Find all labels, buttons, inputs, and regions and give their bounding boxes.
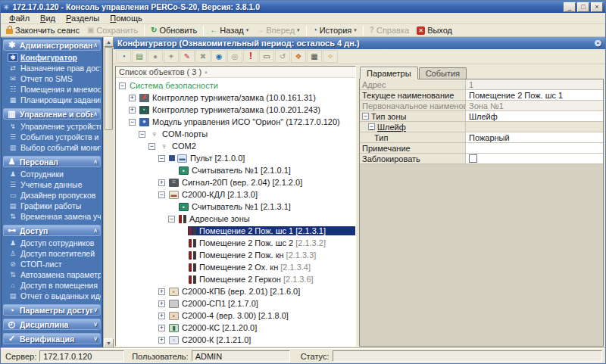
tree-row[interactable]: Помещение 2 Ох. кн[2.1.3.4]: [116, 261, 355, 273]
menu-item-3[interactable]: Помощь: [105, 14, 148, 23]
tree-row[interactable]: +▮С2000-КС [2.1.20.0]: [116, 322, 355, 334]
property-value[interactable]: Шлейф: [466, 111, 603, 121]
tree-row[interactable]: +▪Контроллер турникета/замка (10.0.201.2…: [116, 104, 355, 116]
collapse-icon[interactable]: −: [368, 123, 375, 130]
sidebar-item-sms-report[interactable]: ✉Отчет по SMS: [8, 73, 101, 84]
tab-events[interactable]: События: [419, 67, 467, 79]
scroll-down-arrow[interactable]: ▼: [104, 338, 114, 348]
collapse-icon[interactable]: −: [158, 191, 165, 198]
tree-row[interactable]: +✗Контроллер турникета/замка (10.0.161.3…: [116, 92, 355, 104]
maximize-button[interactable]: □: [577, 2, 589, 12]
expand-icon[interactable]: +: [158, 288, 165, 295]
expand-icon[interactable]: +: [158, 337, 165, 344]
expand-icon[interactable]: +: [158, 300, 165, 307]
tree-row[interactable]: −♆COM-порты: [116, 128, 355, 140]
wand-button[interactable]: ✧: [323, 50, 338, 63]
back-button[interactable]: ←Назад▾: [206, 24, 252, 36]
sidebar-item-room-access[interactable]: ⌂Доступ в помещения: [8, 280, 101, 291]
sidebar-item-auto-replace-params[interactable]: ⇅Автозамена параметров до...: [8, 269, 101, 280]
collapse-icon[interactable]: −: [362, 113, 369, 120]
sidebar-section-header-verification[interactable]: ✓Верификация∨: [3, 333, 101, 344]
property-row[interactable]: −Шлейф: [360, 122, 603, 132]
property-value[interactable]: Пожарный: [466, 132, 603, 142]
property-value[interactable]: Зона №1: [466, 101, 603, 110]
menu-item-0[interactable]: Файл: [4, 14, 35, 23]
sidebar-item-temp-replacement[interactable]: ⇅Временная замена учетных ...: [8, 211, 101, 222]
property-row[interactable]: Заблокировать: [360, 154, 603, 164]
edit-button[interactable]: ✎: [180, 50, 195, 63]
property-row[interactable]: −Тип зоныШлейф: [360, 111, 603, 122]
sidebar-section-header-access[interactable]: ⊶Доступ∧: [3, 225, 101, 236]
tree-row[interactable]: Помещение 2 Геркон[2.1.3.6]: [116, 273, 355, 285]
tree-row[interactable]: +С2000-СП1 [2.1.7.0]: [116, 297, 355, 310]
menu-item-2[interactable]: Разделы: [61, 14, 105, 23]
globe-button[interactable]: ◉: [211, 50, 226, 63]
tree-row[interactable]: Помещение 2 Пож. шс 2[2.1.3.2]: [116, 237, 355, 249]
scroll-thumb[interactable]: [105, 47, 113, 130]
tree-row[interactable]: +▪С2000-4 (вер. 3.00) [2.1.8.0]: [116, 310, 355, 322]
collapse-icon[interactable]: −: [119, 82, 126, 89]
sidebar-item-device-events[interactable]: ☰События устройств и дейст...: [8, 132, 101, 142]
tree-header[interactable]: Список объектов ( 3 ) ▴: [116, 67, 355, 78]
sidebar-item-issued-id-report[interactable]: ▤Отчет о выданных идентиф...: [8, 291, 101, 301]
recycle-button[interactable]: ↺: [275, 50, 290, 63]
disc-button[interactable]: ◎: [227, 50, 242, 63]
collapse-icon[interactable]: −: [129, 119, 136, 126]
scroll-track[interactable]: [104, 47, 114, 338]
sidebar-item-work-schedules[interactable]: ▤Графики работы: [8, 201, 101, 211]
sidebar-item-badge-designer[interactable]: ▭Дизайнер пропусков: [8, 190, 101, 201]
sidebar-section-header-access-params[interactable]: ◔Параметры доступа∨: [3, 304, 101, 316]
checkbox[interactable]: [469, 154, 477, 163]
property-value[interactable]: 1: [466, 79, 603, 89]
refresh-button[interactable]: ↻Обновить: [147, 24, 201, 36]
expand-icon[interactable]: +: [158, 325, 165, 331]
delete-button[interactable]: ✖: [195, 50, 211, 63]
palette-button[interactable]: ❖: [291, 50, 306, 63]
history-button[interactable]: ◔История▾: [309, 24, 361, 36]
property-value[interactable]: [466, 154, 603, 163]
grid-button[interactable]: ▦: [307, 50, 322, 63]
tree-row[interactable]: +▫С2000-К [2.1.21.0]: [116, 334, 355, 346]
monitor-button[interactable]: ▭: [259, 50, 274, 63]
property-row[interactable]: Примечание: [360, 143, 603, 154]
tree-row[interactable]: −●Модуль управления ИСО "Орион" (172.17.…: [116, 116, 355, 128]
tree-row[interactable]: −▬С2000-КДЛ [2.1.3.0]: [116, 188, 355, 201]
property-value[interactable]: Помещение 2 Пож. шс 1: [466, 90, 603, 100]
sidebar-section-header-management-events[interactable]: ▥Управление и события∧: [3, 108, 101, 120]
expand-icon[interactable]: +: [158, 179, 165, 186]
warning-button[interactable]: !: [243, 50, 258, 63]
tree-row[interactable]: −Система безопасности: [116, 79, 355, 92]
sidebar-item-configurator[interactable]: ✱Конфигуратор: [8, 52, 101, 63]
sidebar-item-employee-access[interactable]: ♟Доступ сотрудников: [8, 238, 101, 248]
collapse-icon[interactable]: −: [158, 155, 165, 162]
alarm-button[interactable]: ✦: [164, 50, 179, 63]
expand-icon[interactable]: +: [129, 107, 136, 114]
minimize-button[interactable]: _: [564, 2, 576, 12]
end-session-button[interactable]: Закончить сеанс: [2, 24, 83, 36]
sidebar-item-visitor-access[interactable]: ♙Доступ посетителей: [8, 248, 101, 259]
tree-row[interactable]: −Адресные зоны: [116, 213, 355, 225]
sidebar-item-device-control[interactable]: ↯Управление устройствами и...: [8, 121, 101, 132]
tree-row[interactable]: −▬Пульт [2.1.0.0]: [116, 152, 355, 164]
tree-row[interactable]: ▪Считыватель №1 [2.1.3.1]: [116, 201, 355, 213]
sidebar-item-credentials[interactable]: ☰Учетные данные: [8, 179, 101, 190]
sidebar-section-header-administration[interactable]: ✱Администрирование∧: [3, 39, 101, 51]
refresh-config-button[interactable]: ◔: [116, 50, 131, 63]
sidebar-item-employees[interactable]: ♟Сотрудники: [8, 169, 101, 179]
tree-row[interactable]: −♆COM2: [116, 140, 355, 152]
close-button[interactable]: ×: [591, 2, 603, 12]
upload-config-button[interactable]: ▤: [132, 50, 147, 63]
sidebar-item-rooms-mnemo[interactable]: ☷Помещения и мнемосхема: [8, 84, 101, 95]
sidebar-scrollbar[interactable]: ▲ ▼: [103, 37, 114, 348]
sidebar-item-task-scheduler[interactable]: ▦Планировщик заданий: [8, 95, 101, 105]
tree-row[interactable]: Помещение 2 Пож. кн[2.1.3.3]: [116, 249, 355, 261]
property-value[interactable]: [466, 143, 603, 153]
tree-row[interactable]: +▪С2000-КПБ (вер. 2.01) [2.1.6.0]: [116, 285, 355, 297]
sidebar-section-header-discipline[interactable]: ◴Дисциплина∨: [3, 319, 101, 330]
property-row[interactable]: Текущее наименованиеПомещение 2 Пож. шс …: [360, 90, 603, 101]
tree-row[interactable]: +≡Сигнал-20П (вер. 2.04) [2.1.2.0]: [116, 176, 355, 188]
add-device-button[interactable]: ●: [148, 50, 163, 63]
collapse-icon[interactable]: −: [168, 216, 175, 222]
expand-icon[interactable]: +: [158, 313, 165, 319]
sidebar-item-monitoring-events[interactable]: ▥Выбор событий мониторинга: [8, 142, 101, 153]
